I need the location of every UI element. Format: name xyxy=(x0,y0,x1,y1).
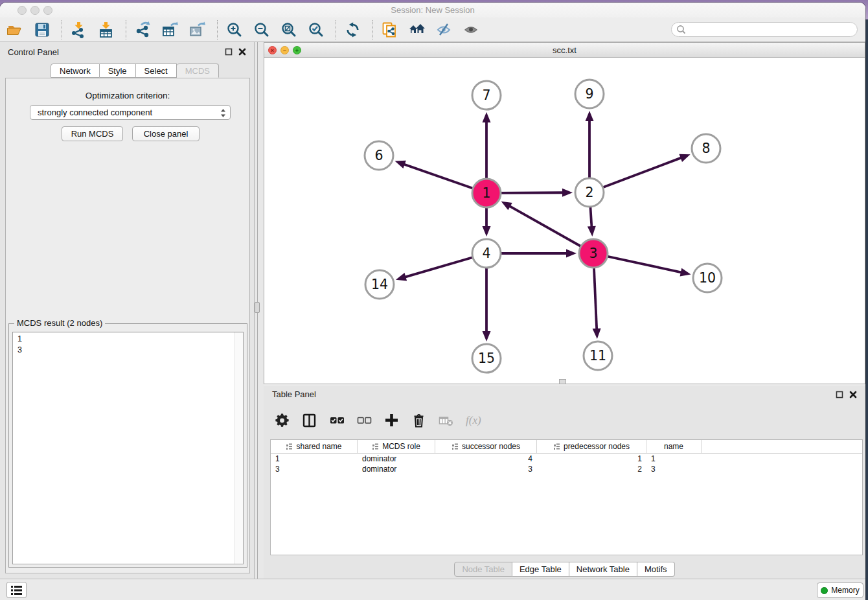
checked-boxes-icon[interactable] xyxy=(330,413,345,428)
network-view-window: × − + scc.txt 7968124314101511 xyxy=(264,42,865,384)
column-header-predecessor-nodes[interactable]: predecessor nodes xyxy=(537,440,646,453)
status-bar: Memory xyxy=(0,579,865,600)
table-float-icon[interactable] xyxy=(836,391,843,398)
delete-table-icon xyxy=(439,413,453,428)
optimization-criterion-select[interactable]: strongly connected component xyxy=(30,105,231,120)
network-zoom-icon[interactable]: + xyxy=(293,46,301,54)
network-minimize-icon[interactable]: − xyxy=(280,46,289,54)
plus-icon[interactable] xyxy=(384,413,399,428)
column-header-name[interactable]: name xyxy=(646,440,702,453)
memory-label: Memory xyxy=(831,586,859,595)
cell-name: 1 xyxy=(646,454,702,464)
gear-icon[interactable] xyxy=(275,413,290,428)
edge-arrowhead xyxy=(483,112,491,122)
run-mcds-button[interactable]: Run MCDS xyxy=(62,126,123,141)
houses-icon[interactable] xyxy=(408,21,426,39)
tab-network[interactable]: Network xyxy=(51,63,100,78)
optimization-criterion-value: strongly connected component xyxy=(38,108,152,117)
mcds-panel: Optimization criterion: strongly connect… xyxy=(5,78,250,573)
edge-arrowhead xyxy=(588,226,596,237)
export-network-icon[interactable] xyxy=(134,21,152,39)
tab-network-table[interactable]: Network Table xyxy=(569,562,637,577)
node-table: shared nameMCDS rolesuccessor nodesprede… xyxy=(270,439,863,555)
edge-arrowhead xyxy=(562,189,573,197)
cell-MCDS-role: dominator xyxy=(358,464,435,474)
network-window-title: scc.txt xyxy=(553,45,577,55)
refresh-layout-icon[interactable] xyxy=(344,21,362,39)
result-line: 1 xyxy=(17,334,238,345)
zoom-in-icon[interactable] xyxy=(225,21,244,39)
duplicate-network-icon[interactable] xyxy=(381,21,399,39)
control-panel-tabs: NetworkStyleSelectMCDS xyxy=(51,63,219,78)
network-canvas[interactable]: 7968124314101511 xyxy=(264,58,865,384)
column-header-MCDS-role[interactable]: MCDS role xyxy=(358,440,435,453)
mcds-result-area[interactable]: 13 xyxy=(12,332,244,564)
tab-motifs[interactable]: Motifs xyxy=(637,562,675,577)
close-window-icon[interactable] xyxy=(17,6,27,15)
unchecked-boxes-icon[interactable] xyxy=(357,413,372,428)
table-row[interactable]: 3dominator323 xyxy=(271,464,862,474)
mcds-result-title: MCDS result (2 nodes) xyxy=(14,318,105,328)
columns-icon[interactable] xyxy=(303,413,317,428)
eye-slash-icon[interactable] xyxy=(435,21,453,39)
close-panel-icon[interactable] xyxy=(238,48,246,56)
edge-arrowhead xyxy=(586,111,594,121)
app-window: Session: New Session Control Panel Netwo… xyxy=(0,3,865,600)
tab-node-table[interactable]: Node Table xyxy=(454,562,512,577)
zoom-out-icon[interactable] xyxy=(253,21,271,39)
toolbar-separator xyxy=(336,20,336,40)
window-title: Session: New Session xyxy=(391,5,474,15)
search-icon xyxy=(676,25,686,34)
column-header-successor-nodes[interactable]: successor nodes xyxy=(435,440,537,453)
export-image-icon[interactable] xyxy=(188,21,207,39)
export-table-icon[interactable] xyxy=(161,21,179,39)
zoom-selected-icon[interactable] xyxy=(307,21,325,39)
tab-edge-table[interactable]: Edge Table xyxy=(512,562,569,577)
tab-style[interactable]: Style xyxy=(100,63,136,78)
float-panel-icon[interactable] xyxy=(225,48,233,56)
node-label-10: 10 xyxy=(699,270,716,286)
node-label-8: 8 xyxy=(702,141,710,156)
maximize-window-icon[interactable] xyxy=(43,6,52,15)
cell-predecessor-nodes: 1 xyxy=(537,454,646,464)
tab-mcds[interactable]: MCDS xyxy=(177,63,219,78)
network-close-icon[interactable]: × xyxy=(268,46,277,54)
import-network-icon[interactable] xyxy=(70,21,88,39)
cell-predecessor-nodes: 2 xyxy=(537,464,646,474)
cell-successor-nodes: 4 xyxy=(435,454,537,464)
table-row[interactable]: 1dominator411 xyxy=(271,454,862,464)
window-controls[interactable] xyxy=(17,6,52,15)
result-scrollbar[interactable] xyxy=(234,332,243,564)
table-close-icon[interactable] xyxy=(849,391,857,398)
task-history-button[interactable] xyxy=(6,582,27,598)
network-resize-handle[interactable] xyxy=(559,379,566,384)
table-panel-title: Table Panel xyxy=(272,389,316,399)
save-icon[interactable] xyxy=(33,21,51,39)
minimize-window-icon[interactable] xyxy=(30,6,40,15)
close-panel-button[interactable]: Close panel xyxy=(132,126,200,141)
network-window-titlebar[interactable]: × − + scc.txt xyxy=(264,43,865,58)
node-label-15: 15 xyxy=(478,351,495,366)
node-label-3: 3 xyxy=(589,246,597,261)
eye-icon[interactable] xyxy=(463,21,481,39)
table-header-row: shared nameMCDS rolesuccessor nodesprede… xyxy=(271,440,862,454)
memory-status-icon xyxy=(821,587,828,594)
zoom-fit-icon[interactable] xyxy=(280,21,298,39)
mcds-result-box: MCDS result (2 nodes) 13 xyxy=(8,323,247,568)
trash-icon[interactable] xyxy=(411,413,426,428)
edge-arrowhead xyxy=(395,161,406,168)
control-panel-title: Control Panel xyxy=(8,47,59,57)
edge-arrowhead xyxy=(593,329,601,339)
tab-select[interactable]: Select xyxy=(136,63,177,78)
column-header-shared-name[interactable]: shared name xyxy=(271,440,358,453)
node-label-1: 1 xyxy=(482,185,490,201)
splitter-handle[interactable] xyxy=(255,302,260,313)
search-input[interactable] xyxy=(671,22,858,37)
window-titlebar[interactable]: Session: New Session xyxy=(0,3,865,17)
node-label-11: 11 xyxy=(589,348,606,363)
memory-button[interactable]: Memory xyxy=(817,583,863,598)
panel-splitter[interactable] xyxy=(255,42,264,579)
import-table-icon[interactable] xyxy=(97,21,115,39)
open-folder-icon[interactable] xyxy=(6,21,24,39)
node-label-7: 7 xyxy=(482,87,490,103)
